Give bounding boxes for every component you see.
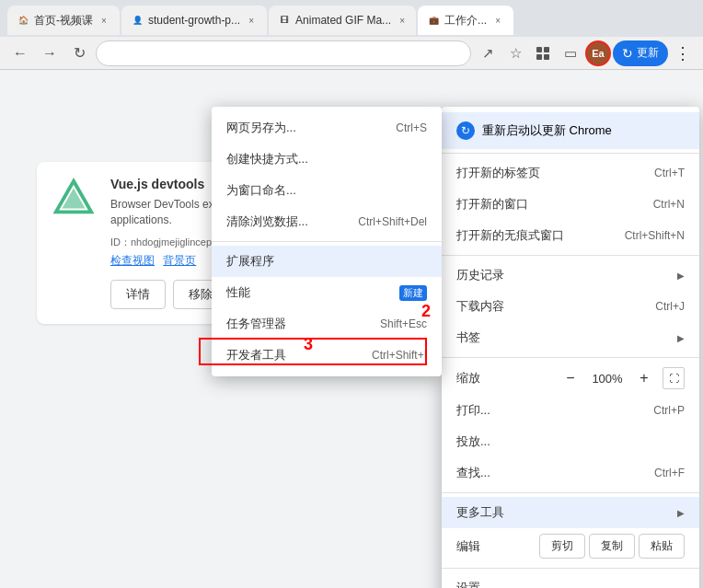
svg-rect-1: [544, 47, 549, 52]
divider-3: [442, 357, 699, 358]
browser-frame: 🏠 首页-视频课 × 👤 student-growth-p... × 🎞 Ani…: [0, 0, 703, 588]
svg-rect-2: [536, 54, 542, 60]
downloads-item[interactable]: 下载内容 Ctrl+J: [442, 291, 699, 322]
profile-avatar[interactable]: Ea: [585, 40, 611, 66]
chrome-menu-button[interactable]: ⋮: [670, 40, 696, 66]
tab-4-label: 工作介...: [444, 13, 487, 29]
toolbar-icons: ↗ ☆ ▭ Ea ↻ 更新 ⋮: [475, 40, 696, 66]
tab-1[interactable]: 🏠 首页-视频课 ×: [7, 6, 120, 35]
share-icon[interactable]: ↗: [475, 40, 501, 66]
create-shortcut-item[interactable]: 创建快捷方式...: [212, 144, 442, 175]
zoom-controls: − 100% + ⛶: [559, 367, 685, 389]
print-item[interactable]: 打印... Ctrl+P: [442, 395, 699, 426]
settings-label: 设置: [456, 580, 480, 588]
tab-3-favicon: 🎞: [278, 14, 291, 27]
sub-divider-1: [212, 241, 442, 242]
back-button[interactable]: ←: [7, 40, 33, 66]
tab-4[interactable]: 💼 工作介... ×: [418, 6, 513, 35]
more-tools-item[interactable]: 更多工具 ▶: [442, 497, 699, 528]
tab-3-close[interactable]: ×: [396, 14, 409, 27]
svg-rect-3: [544, 54, 549, 60]
clear-data-item[interactable]: 清除浏览数据... Ctrl+Shift+Del: [212, 206, 442, 237]
bookmark-icon[interactable]: ☆: [502, 40, 528, 66]
devtools-shortcut: Ctrl+Shift+I: [372, 349, 427, 362]
name-window-item[interactable]: 为窗口命名...: [212, 175, 442, 206]
update-button[interactable]: ↻ 更新: [613, 40, 668, 66]
extensions-item[interactable]: 扩展程序: [212, 246, 442, 277]
fullscreen-button[interactable]: ⛶: [663, 367, 685, 389]
incognito-shortcut: Ctrl+Shift+N: [625, 229, 685, 242]
media-icon[interactable]: ▭: [558, 40, 583, 66]
extension-icon: [52, 177, 96, 309]
downloads-label: 下载内容: [456, 298, 504, 315]
tab-1-close[interactable]: ×: [98, 14, 110, 27]
tab-1-label: 首页-视频课: [34, 13, 93, 29]
paste-button[interactable]: 粘贴: [639, 534, 685, 559]
tab-1-favicon: 🏠: [17, 14, 29, 27]
chrome-menu: ↻ 重新启动以更新 Chrome 打开新的标签页 Ctrl+T 打开新的窗口 C…: [442, 107, 699, 588]
details-button[interactable]: 详情: [110, 280, 166, 309]
find-shortcut: Ctrl+F: [654, 467, 685, 479]
tab-2-label: student-growth-p...: [148, 14, 240, 27]
cut-button[interactable]: 剪切: [539, 534, 585, 559]
settings-item[interactable]: 设置: [442, 572, 699, 588]
devtools-label: 开发者工具: [226, 347, 286, 363]
task-manager-label: 任务管理器: [226, 316, 286, 332]
zoom-label: 缩放: [456, 370, 552, 386]
new-window-label: 打开新的窗口: [456, 196, 528, 213]
more-tools-label: 更多工具: [456, 504, 504, 521]
clear-data-shortcut: Ctrl+Shift+Del: [358, 215, 427, 228]
tab-3-label: Animated GIF Ma...: [295, 14, 391, 27]
save-page-shortcut: Ctrl+S: [396, 121, 427, 134]
divider-5: [442, 568, 699, 569]
task-manager-item[interactable]: 任务管理器 Shift+Esc: [212, 308, 442, 340]
history-arrow: ▶: [677, 271, 685, 281]
restart-text: 重新启动以更新 Chrome: [482, 122, 612, 139]
bookmarks-item[interactable]: 书签 ▶: [442, 322, 699, 353]
new-tab-item[interactable]: 打开新的标签页 Ctrl+T: [442, 157, 699, 189]
history-item[interactable]: 历史记录 ▶: [442, 259, 699, 291]
zoom-out-button[interactable]: −: [559, 367, 582, 389]
clear-data-label: 清除浏览数据...: [226, 213, 308, 230]
print-shortcut: Ctrl+P: [653, 404, 685, 417]
more-tools-submenu: 网页另存为... Ctrl+S 创建快捷方式... 为窗口命名... 清除浏览数…: [212, 107, 442, 376]
update-label: 更新: [637, 45, 659, 61]
devtools-item[interactable]: 开发者工具 Ctrl+Shift+I: [212, 340, 442, 371]
name-window-label: 为窗口命名...: [226, 182, 296, 199]
tab-2-favicon: 👤: [131, 14, 144, 27]
incognito-item[interactable]: 打开新的无痕式窗口 Ctrl+Shift+N: [442, 220, 699, 251]
new-tab-label: 打开新的标签页: [456, 165, 540, 181]
refresh-button[interactable]: ↻: [66, 40, 92, 66]
divider-1: [442, 153, 699, 154]
inspect-view-link[interactable]: 检查视图: [110, 254, 155, 267]
tab-2[interactable]: 👤 student-growth-p... ×: [121, 6, 267, 35]
extension-name: Vue.js devtools: [110, 177, 204, 191]
create-shortcut-label: 创建快捷方式...: [226, 151, 308, 167]
forward-button[interactable]: →: [37, 40, 63, 66]
extensions-icon[interactable]: [530, 40, 556, 66]
bookmarks-label: 书签: [456, 329, 480, 346]
print-label: 打印...: [456, 402, 490, 419]
tab-4-close[interactable]: ×: [491, 14, 504, 27]
incognito-label: 打开新的无痕式窗口: [456, 227, 564, 244]
history-label: 历史记录: [456, 267, 504, 283]
tab-3[interactable]: 🎞 Animated GIF Ma... ×: [269, 6, 416, 35]
tab-bar: 🏠 首页-视频课 × 👤 student-growth-p... × 🎞 Ani…: [0, 0, 703, 37]
restart-banner[interactable]: ↻ 重新启动以更新 Chrome: [442, 112, 699, 149]
zoom-in-button[interactable]: +: [633, 367, 655, 389]
new-window-item[interactable]: 打开新的窗口 Ctrl+N: [442, 189, 699, 220]
save-page-item[interactable]: 网页另存为... Ctrl+S: [212, 112, 442, 144]
tab-2-close[interactable]: ×: [245, 14, 258, 27]
copy-button[interactable]: 复制: [589, 534, 635, 559]
address-bar[interactable]: [96, 40, 471, 66]
divider-2: [442, 255, 699, 256]
cast-item[interactable]: 投放...: [442, 426, 699, 457]
new-badge: 新建: [399, 285, 427, 301]
performance-item[interactable]: 性能 新建: [212, 277, 442, 308]
background-page-link[interactable]: 背景页: [163, 254, 196, 267]
new-window-shortcut: Ctrl+N: [653, 198, 685, 211]
find-item[interactable]: 查找... Ctrl+F: [442, 457, 699, 489]
zoom-value: 100%: [589, 372, 626, 386]
toolbar: ← → ↻ ↗ ☆ ▭ Ea ↻ 更新 ⋮: [0, 37, 703, 70]
performance-label: 性能: [226, 284, 250, 301]
